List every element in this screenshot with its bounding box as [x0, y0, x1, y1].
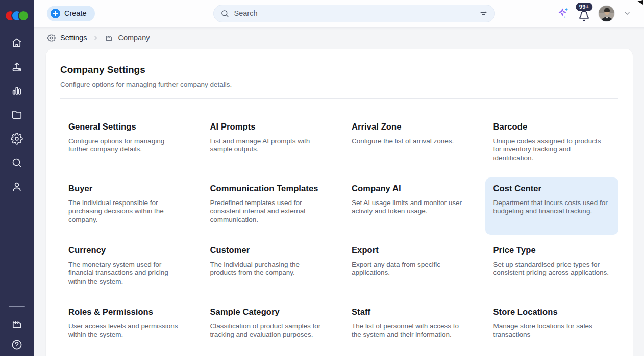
- setting-card-title: Staff: [352, 307, 469, 317]
- mouse-cursor: [637, 0, 643, 6]
- setting-card-title: Cost Center: [493, 184, 611, 193]
- setting-card-description: The individual responsible for purchasin…: [68, 199, 186, 224]
- company-settings-panel: Company Settings Configure options for m…: [46, 49, 633, 356]
- setting-card[interactable]: Sample Category Classification of produc…: [202, 301, 336, 356]
- filter-icon[interactable]: [479, 9, 488, 18]
- bar-chart-icon[interactable]: [11, 85, 23, 97]
- settings-grid: General Settings Configure options for m…: [60, 116, 618, 356]
- setting-card-description: The list of personnel with access to the…: [352, 322, 469, 339]
- chevron-down-icon[interactable]: [623, 9, 632, 18]
- panel-divider: [60, 98, 618, 99]
- setting-card[interactable]: Price Type Set up standardised price typ…: [485, 239, 619, 296]
- create-button[interactable]: Create: [47, 6, 95, 21]
- content-area: Company Settings Configure options for m…: [34, 49, 644, 356]
- setting-card-title: Export: [352, 245, 469, 255]
- setting-card-title: Arrival Zone: [352, 122, 469, 132]
- setting-card-description: Manage store locations for sales transac…: [493, 322, 611, 339]
- company-factory-icon[interactable]: [11, 318, 23, 330]
- home-icon[interactable]: [11, 37, 23, 49]
- setting-card-description: Predefined templates used for consistent…: [210, 199, 328, 224]
- setting-card-title: AI Prompts: [210, 122, 328, 132]
- company-factory-crumb-icon: [105, 34, 113, 42]
- page-subtitle: Configure options for managing further c…: [60, 81, 618, 88]
- help-icon[interactable]: [11, 339, 23, 351]
- setting-card[interactable]: Currency The monetary system used for fi…: [60, 239, 194, 296]
- breadcrumb-company[interactable]: Company: [118, 34, 150, 42]
- setting-card-title: General Settings: [68, 122, 186, 132]
- setting-card-title: Customer: [210, 245, 328, 255]
- topbar: Create 99+: [34, 0, 644, 27]
- setting-card[interactable]: Arrival Zone Configure the list of arriv…: [343, 116, 477, 173]
- create-button-label: Create: [64, 9, 87, 17]
- setting-card[interactable]: Cost Center Department that incurs costs…: [485, 177, 619, 235]
- setting-card-description: Export any data from specific applicatio…: [352, 261, 469, 277]
- setting-card-title: Company AI: [352, 184, 469, 193]
- setting-card[interactable]: Roles & Permissions User access levels a…: [60, 301, 194, 356]
- user-icon[interactable]: [11, 181, 23, 193]
- search-bar[interactable]: [213, 5, 495, 22]
- search-icon: [220, 9, 229, 18]
- setting-card-description: Department that incurs costs used for bu…: [493, 199, 611, 216]
- search-input[interactable]: [233, 9, 475, 18]
- setting-card[interactable]: Buyer The individual responsible for pur…: [60, 177, 194, 235]
- sidebar: [0, 0, 34, 356]
- setting-card[interactable]: Communication Templates Predefined templ…: [202, 177, 336, 235]
- sidebar-bottom: [9, 306, 25, 351]
- setting-card[interactable]: Staff The list of personnel with access …: [343, 301, 477, 356]
- sidebar-nav: [11, 37, 23, 193]
- ai-sparkles-icon[interactable]: [557, 7, 570, 20]
- setting-card-title: Roles & Permissions: [68, 307, 186, 317]
- notifications-button[interactable]: 99+: [578, 9, 590, 22]
- breadcrumb-settings[interactable]: Settings: [60, 34, 87, 42]
- setting-card-description: Unique codes assigned to products for in…: [493, 137, 611, 162]
- notification-count-badge: 99+: [576, 3, 592, 11]
- avatar[interactable]: [598, 5, 615, 22]
- setting-card-title: Price Type: [493, 245, 611, 255]
- setting-card-description: List and manage AI prompts with sample o…: [210, 137, 328, 154]
- setting-card[interactable]: General Settings Configure options for m…: [60, 116, 194, 173]
- gear-icon[interactable]: [11, 133, 23, 145]
- app-logo[interactable]: [5, 9, 29, 22]
- folder-icon[interactable]: [11, 109, 23, 121]
- setting-card-description: Set up standardised price types for cons…: [493, 261, 611, 277]
- setting-card-description: Set AI usage limits and monitor user act…: [352, 199, 469, 216]
- setting-card[interactable]: Barcode Unique codes assigned to product…: [485, 116, 619, 173]
- page-title: Company Settings: [60, 64, 618, 75]
- setting-card[interactable]: Customer The individual purchasing the p…: [202, 239, 336, 296]
- setting-card-description: Classification of product samples for tr…: [210, 322, 328, 339]
- plus-icon: [51, 9, 60, 18]
- setting-card-description: User access levels and permissions withi…: [68, 322, 186, 339]
- setting-card-description: Configure the list of arrival zones.: [352, 137, 469, 145]
- setting-card-title: Sample Category: [210, 307, 328, 317]
- setting-card-title: Communication Templates: [210, 184, 328, 193]
- topbar-right: 99+: [557, 5, 632, 22]
- setting-card-title: Currency: [68, 245, 186, 255]
- setting-card-description: The individual purchasing the products f…: [210, 261, 328, 277]
- setting-card[interactable]: Store Locations Manage store locations f…: [485, 301, 619, 356]
- setting-card[interactable]: Export Export any data from specific app…: [343, 239, 477, 296]
- logo-green-circle: [18, 10, 29, 21]
- settings-gear-icon: [47, 34, 56, 42]
- search-nav-icon[interactable]: [11, 157, 23, 169]
- upload-icon[interactable]: [11, 61, 23, 73]
- setting-card-description: Configure options for managing further c…: [68, 137, 186, 154]
- setting-card[interactable]: AI Prompts List and manage AI prompts wi…: [202, 116, 336, 173]
- setting-card-description: The monetary system used for financial t…: [68, 261, 186, 286]
- breadcrumb: Settings Company: [34, 27, 644, 49]
- setting-card-title: Store Locations: [493, 307, 611, 317]
- setting-card[interactable]: Company AI Set AI usage limits and monit…: [343, 177, 477, 235]
- sidebar-divider: [9, 306, 25, 307]
- setting-card-title: Barcode: [493, 122, 611, 132]
- setting-card-title: Buyer: [68, 184, 186, 193]
- chevron-right-icon: [92, 35, 99, 41]
